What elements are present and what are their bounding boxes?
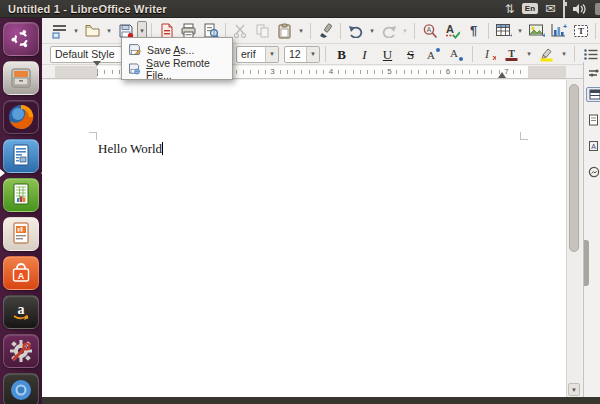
subscript-icon: A — [449, 47, 464, 61]
undo-icon — [348, 24, 364, 38]
superscript-button[interactable]: A — [423, 44, 444, 64]
menu-item-label: Save Remote File... — [146, 57, 232, 81]
desktop: Untitled 1 - LibreOffice Writer ⇅ En ✉ — [0, 0, 600, 404]
new-document-button[interactable] — [49, 21, 70, 41]
network-sync-icon[interactable]: ⇅ — [505, 0, 515, 18]
launcher-item-amazon[interactable]: a — [3, 295, 39, 329]
launcher-item-ubuntu-software[interactable]: A — [3, 256, 39, 290]
redo-icon — [381, 24, 397, 38]
right-indent-marker[interactable] — [498, 68, 506, 78]
spelling-check-icon: A — [444, 23, 460, 39]
document-text[interactable]: Hello World — [98, 141, 163, 157]
volume-icon[interactable] — [572, 3, 586, 15]
sidebar-tab-styles[interactable]: A — [588, 138, 600, 153]
launcher-item-files[interactable] — [3, 61, 39, 95]
clipped-indicator-icon — [595, 3, 600, 15]
launcher-item-libreoffice-impress[interactable] — [3, 217, 39, 251]
launcher-item-libreoffice-calc[interactable] — [3, 178, 39, 212]
impress-icon — [9, 221, 33, 247]
document-page[interactable]: Hello World — [42, 80, 566, 397]
spelling-button[interactable]: A — [441, 21, 462, 41]
launcher-item-system-settings[interactable] — [3, 334, 39, 368]
ruler-number: 4 — [327, 67, 335, 77]
bullet-list-button[interactable] — [580, 44, 600, 64]
find-replace-button[interactable]: A — [419, 21, 440, 41]
scrollbar-thumb[interactable] — [569, 84, 579, 252]
ruler-number: 5 — [385, 67, 393, 77]
subscript-button[interactable]: A — [446, 44, 467, 64]
open-button[interactable] — [82, 21, 103, 41]
launcher-item-chromium[interactable] — [3, 373, 39, 404]
strikethrough-button[interactable]: S — [400, 44, 421, 64]
launcher-item-ubuntu-dash[interactable] — [3, 22, 39, 56]
keyboard-layout-indicator[interactable]: En — [522, 3, 538, 14]
underline-button[interactable]: U — [377, 44, 398, 64]
clear-formatting-icon: I x — [481, 47, 496, 61]
window-title: Untitled 1 - LibreOffice Writer — [0, 3, 167, 15]
save-remote-icon — [128, 62, 140, 75]
italic-button[interactable]: I — [354, 44, 375, 64]
amazon-icon: a — [9, 300, 33, 324]
paste-icon — [277, 23, 292, 39]
cut-button — [230, 21, 251, 41]
font-size-combo[interactable]: 12 ▼ — [284, 46, 320, 63]
ruler-number: 3 — [268, 67, 276, 77]
undo-dropdown-caret[interactable]: ▾ — [367, 21, 377, 41]
svg-text:x: x — [493, 53, 497, 61]
formatting-marks-button[interactable]: ¶ — [463, 21, 484, 41]
svg-text:+: + — [542, 32, 545, 38]
svg-text:+: + — [563, 23, 567, 30]
mail-icon[interactable]: ✉ — [545, 0, 556, 18]
clone-formatting-brush-icon — [318, 23, 334, 39]
insert-table-dropdown-caret[interactable]: ▾ — [515, 21, 525, 41]
bold-button[interactable]: B — [331, 44, 352, 64]
font-color-icon: T — [504, 47, 519, 62]
insert-chart-icon: + — [550, 23, 567, 38]
scroll-down-button[interactable]: ▼ — [568, 383, 580, 396]
paste-dropdown-caret[interactable]: ▾ — [296, 21, 306, 41]
insert-table-icon: + — [495, 23, 512, 38]
save-dropdown-menu: Save As... Save Remote File... — [121, 37, 233, 80]
focused-app-arrow-right — [37, 169, 46, 177]
vertical-scrollbar[interactable]: ▼ — [566, 80, 581, 397]
save-as-icon — [128, 43, 141, 56]
undo-button[interactable] — [345, 21, 366, 41]
insert-image-button[interactable]: + — [526, 21, 547, 41]
window-bottom-edge — [42, 397, 600, 404]
launcher-item-libreoffice-writer[interactable] — [3, 139, 39, 173]
font-size-dropdown-caret[interactable]: ▼ — [306, 47, 319, 62]
text-cursor — [162, 142, 163, 155]
open-dropdown-caret[interactable]: ▾ — [104, 21, 114, 41]
highlight-color-button[interactable] — [536, 44, 557, 64]
font-color-button[interactable]: T — [501, 44, 522, 64]
paste-button[interactable] — [274, 21, 295, 41]
sidebar-hide-handle[interactable] — [584, 240, 589, 286]
sidebar-tab-gallery[interactable] — [588, 164, 600, 179]
software-bag-icon: A — [9, 261, 33, 285]
new-dropdown-caret[interactable]: ▾ — [71, 21, 81, 41]
menu-item-save-remote-file[interactable]: Save Remote File... — [122, 59, 232, 78]
panel-indicators: ⇅ En ✉ — [505, 0, 600, 18]
insert-table-button[interactable]: + — [493, 21, 514, 41]
sidebar-tab-page[interactable] — [588, 112, 600, 127]
insert-textbox-button[interactable]: T — [570, 21, 591, 41]
font-size-value: 12 — [285, 48, 306, 60]
svg-text:A: A — [450, 47, 458, 59]
sidebar-tab-properties[interactable] — [586, 87, 600, 102]
svg-text:A: A — [426, 26, 431, 33]
font-color-dropdown-caret[interactable]: ▾ — [524, 44, 534, 64]
font-name-visible-value: erif — [237, 48, 265, 60]
clear-formatting-button[interactable]: I x — [478, 44, 499, 64]
battery-icon[interactable] — [563, 0, 565, 18]
highlight-dropdown-caret[interactable]: ▾ — [559, 44, 569, 64]
font-name-combo[interactable]: erif ▼ — [236, 46, 279, 63]
clone-formatting-button[interactable] — [315, 21, 336, 41]
svg-text:T: T — [508, 47, 515, 58]
sidebar-settings-icon[interactable] — [588, 65, 600, 80]
launcher-item-firefox[interactable] — [3, 100, 39, 134]
sidebar-tab-bar: A — [583, 62, 600, 397]
insert-image-icon: + — [528, 23, 545, 38]
text-boundary-corner-top-left — [89, 132, 97, 140]
insert-chart-button[interactable]: + — [548, 21, 569, 41]
font-name-dropdown-caret[interactable]: ▼ — [265, 47, 278, 62]
